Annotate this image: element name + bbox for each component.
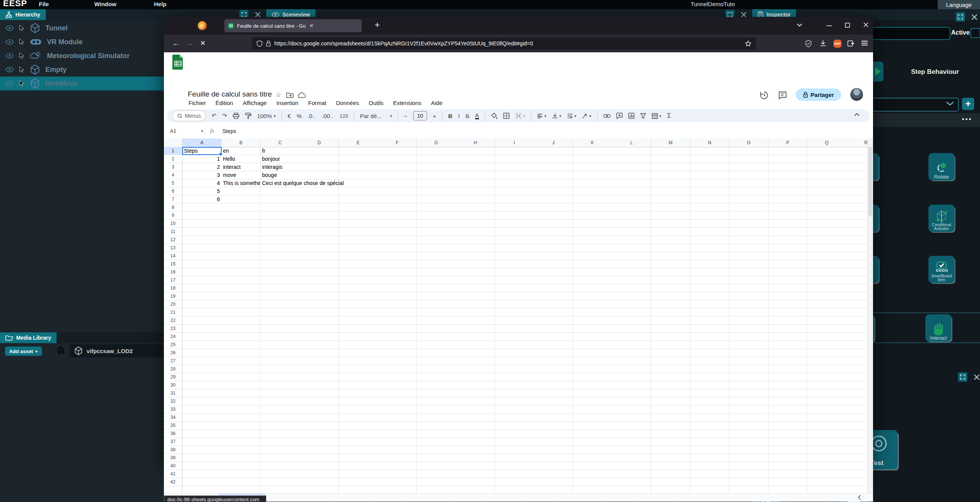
- smartboard-item-button[interactable]: SmartBoardItem: [928, 256, 955, 283]
- cell-B1[interactable]: en: [222, 147, 261, 155]
- row-header-3[interactable]: 3: [164, 163, 182, 171]
- row-header-7[interactable]: 7: [164, 195, 182, 203]
- tab-close-icon[interactable]: ✕: [309, 23, 314, 29]
- row-header-12[interactable]: 12: [164, 236, 182, 244]
- tab-media-library[interactable]: Media Library: [0, 332, 57, 343]
- menubar-item[interactable]: Window: [94, 1, 116, 7]
- row-header-37[interactable]: 37: [164, 438, 182, 446]
- row-header-42[interactable]: 42: [164, 478, 182, 486]
- merge-cells-icon[interactable]: ▾: [515, 113, 525, 118]
- undo-icon[interactable]: ↶: [212, 112, 217, 119]
- bookmark-star-icon[interactable]: [745, 40, 751, 47]
- hierarchy-item[interactable]: Meteorological Simulator: [0, 49, 164, 63]
- visibility-eye-icon[interactable]: [5, 25, 14, 31]
- sheets-menu-item[interactable]: Données: [336, 100, 359, 106]
- panel-close-icon[interactable]: [970, 12, 979, 22]
- toolbar-search[interactable]: Menus: [172, 110, 206, 121]
- row-header-24[interactable]: 24: [164, 333, 182, 341]
- col-header-E[interactable]: E: [339, 138, 378, 147]
- visibility-eye-icon[interactable]: [5, 81, 14, 86]
- minimize-button[interactable]: [826, 25, 832, 27]
- row-header-10[interactable]: 10: [164, 220, 182, 228]
- select-cursor-icon[interactable]: [19, 66, 25, 73]
- move-folder-icon[interactable]: [286, 92, 294, 98]
- text-rotation-icon[interactable]: ▾: [582, 113, 591, 118]
- cell-A6[interactable]: 5: [182, 187, 222, 195]
- redo-icon[interactable]: ↷: [222, 112, 227, 119]
- row-header-19[interactable]: 19: [164, 292, 182, 300]
- avatar[interactable]: [850, 88, 863, 101]
- row-header-18[interactable]: 18: [164, 284, 182, 292]
- paint-format-icon[interactable]: [245, 113, 251, 119]
- star-icon[interactable]: ☆: [275, 91, 281, 99]
- url-bar[interactable]: https://docs.google.com/spreadsheets/d/1…: [252, 37, 756, 50]
- browser-tab[interactable]: Feuille de calcul sans titre - Go ✕: [224, 19, 362, 32]
- font-size-input[interactable]: 10: [413, 111, 427, 120]
- col-header-D[interactable]: D: [300, 138, 339, 147]
- cell-A7[interactable]: 6: [182, 195, 222, 203]
- col-header-F[interactable]: F: [378, 138, 417, 147]
- row-header-36[interactable]: 36: [164, 430, 182, 438]
- borders-icon[interactable]: [503, 113, 509, 119]
- history-icon[interactable]: [760, 91, 769, 100]
- fill-handle[interactable]: [219, 152, 222, 156]
- strikethrough-icon[interactable]: S: [466, 113, 469, 119]
- cell-B4[interactable]: move: [222, 171, 261, 179]
- row-header-11[interactable]: 11: [164, 228, 182, 236]
- interact-button[interactable]: Interact: [925, 314, 952, 342]
- increase-decimals-icon[interactable]: .00→: [322, 113, 334, 119]
- col-header-H[interactable]: H: [456, 138, 495, 147]
- row-header-17[interactable]: 17: [164, 276, 182, 284]
- menubar-item[interactable]: File: [39, 1, 49, 7]
- row-header-28[interactable]: 28: [164, 365, 182, 373]
- maximize-button[interactable]: [845, 23, 850, 28]
- list-tabs-chevron-icon[interactable]: [796, 23, 803, 27]
- cell-C4[interactable]: bouge: [260, 171, 300, 179]
- tab-hierarchy[interactable]: Hierarchy: [0, 9, 46, 20]
- bottom-close-icon[interactable]: [972, 372, 980, 382]
- row-header-4[interactable]: 4: [164, 171, 182, 179]
- new-tab-button[interactable]: +: [375, 20, 380, 30]
- col-header-C[interactable]: C: [260, 138, 300, 147]
- row-header-33[interactable]: 33: [164, 405, 182, 414]
- hierarchy-item[interactable]: ItemMove: [0, 77, 164, 90]
- row-header-41[interactable]: 41: [164, 470, 182, 478]
- text-color-icon[interactable]: A: [475, 113, 479, 119]
- back-button[interactable]: ←: [172, 35, 180, 52]
- sheets-menu-item[interactable]: Format: [308, 100, 327, 106]
- row-header-9[interactable]: 9: [164, 212, 182, 220]
- sheets-menu-item[interactable]: Édition: [215, 100, 233, 106]
- active-checkbox[interactable]: [970, 28, 980, 38]
- sidebar-icon[interactable]: [847, 40, 854, 47]
- download-icon[interactable]: [820, 40, 826, 47]
- more-options-icon[interactable]: •••: [962, 115, 972, 123]
- sheets-menu-item[interactable]: Insertion: [276, 100, 299, 106]
- panel-expand-icon[interactable]: [956, 12, 965, 22]
- decrease-decimals-icon[interactable]: .0←: [307, 113, 316, 119]
- col-header-B[interactable]: B: [222, 138, 261, 147]
- bold-icon[interactable]: B: [448, 113, 452, 119]
- document-title[interactable]: Feuille de calcul sans titre: [188, 90, 272, 98]
- row-header-8[interactable]: 8: [164, 203, 182, 212]
- cell-C3[interactable]: interagis: [260, 163, 300, 171]
- visibility-eye-icon[interactable]: [5, 39, 14, 45]
- more-formats-icon[interactable]: 123: [340, 113, 348, 119]
- formula-input[interactable]: Steps: [222, 128, 236, 134]
- rotate-button[interactable]: Rotate: [928, 153, 955, 180]
- row-header-39[interactable]: 39: [164, 454, 182, 462]
- row-header-15[interactable]: 15: [164, 260, 182, 268]
- font-select[interactable]: Par dé...▾: [360, 113, 392, 119]
- row-header-25[interactable]: 25: [164, 341, 182, 349]
- sheets-logo[interactable]: [172, 55, 184, 70]
- sheets-menu-item[interactable]: Extensions: [393, 100, 421, 106]
- firefox-icon[interactable]: [197, 21, 207, 30]
- cell-A5[interactable]: 4: [182, 179, 222, 187]
- chevron-left-icon[interactable]: [858, 495, 861, 500]
- grid-body[interactable]: 1234567891011121314151617181920212223242…: [164, 147, 867, 493]
- hierarchy-item[interactable]: Tunnel: [0, 21, 164, 35]
- cell-B2[interactable]: Hello: [222, 155, 261, 163]
- shield-check-icon[interactable]: [805, 40, 812, 47]
- insert-comment-icon[interactable]: [616, 113, 623, 119]
- conditional-activator-button[interactable]: ConditionalActivator: [928, 205, 955, 232]
- insert-link-icon[interactable]: [603, 114, 611, 118]
